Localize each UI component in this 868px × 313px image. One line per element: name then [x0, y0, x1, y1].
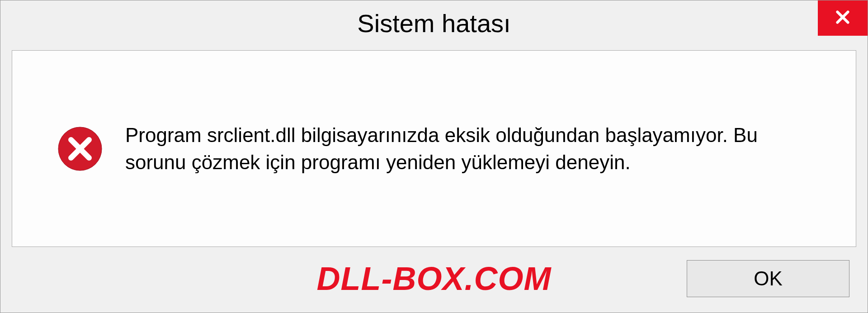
content-panel: Program srclient.dll bilgisayarınızda ek… — [12, 50, 856, 247]
error-dialog: Sistem hatası Program srclient.dll bilgi… — [0, 0, 868, 313]
close-button[interactable] — [818, 0, 868, 36]
error-message: Program srclient.dll bilgisayarınızda ek… — [125, 122, 820, 175]
ok-button[interactable]: OK — [687, 260, 849, 297]
error-icon — [57, 126, 103, 171]
title-bar: Sistem hatası — [0, 0, 868, 46]
close-icon — [834, 8, 852, 28]
watermark-text: DLL-BOX.COM — [317, 260, 552, 297]
dialog-footer: DLL-BOX.COM OK — [0, 258, 868, 313]
dialog-title: Sistem hatası — [357, 9, 510, 38]
